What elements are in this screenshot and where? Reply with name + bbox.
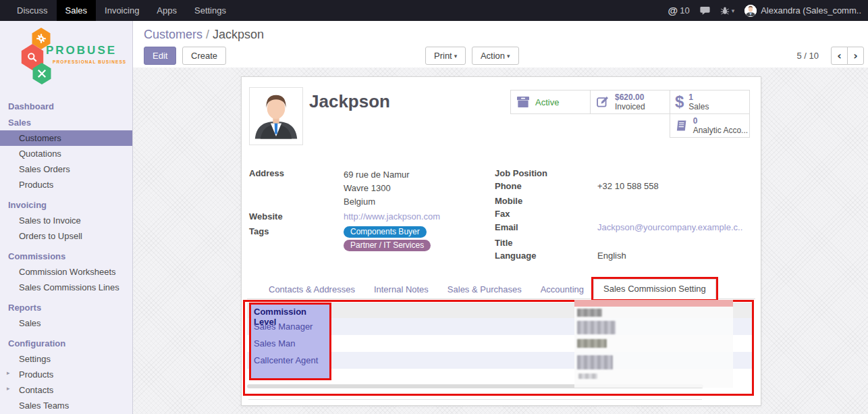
- pager-previous-button[interactable]: ‹: [831, 47, 848, 65]
- phone-field-label: Phone: [495, 181, 597, 192]
- print-dropdown[interactable]: Print▾: [425, 47, 466, 65]
- customer-name-title: Jackpson: [309, 91, 390, 112]
- dollar-icon: $: [675, 94, 684, 110]
- active-stat-button[interactable]: Active: [510, 90, 591, 114]
- edit-button[interactable]: Edit: [144, 47, 176, 65]
- divider: [248, 399, 702, 400]
- pager-next-button[interactable]: ›: [847, 47, 864, 65]
- tags-field-label: Tags: [249, 226, 344, 253]
- menu-settings[interactable]: Settings: [186, 0, 235, 21]
- sidebar-item-customers[interactable]: Customers: [0, 130, 132, 146]
- tag-partner-it-services: Partner / IT Services: [344, 240, 431, 251]
- commission-level-cell[interactable]: Sales Man: [251, 335, 329, 352]
- chat-bubble-icon: [700, 6, 710, 16]
- sidebar-item-sales-to-invoice[interactable]: Sales to Invoice: [0, 213, 132, 228]
- tab-contacts-addresses[interactable]: Contacts & Addresses: [259, 280, 364, 299]
- analytic-count: 0: [693, 116, 744, 126]
- sidebar-item-config-products[interactable]: ▸Products: [0, 367, 132, 382]
- sidebar-header-sales[interactable]: Sales: [0, 114, 132, 130]
- field-group: Address 69 rue de Namur Wavre 1300 Belgi…: [249, 168, 751, 263]
- messages-icon[interactable]: [700, 6, 710, 16]
- sidebar-header-configuration[interactable]: Configuration: [0, 335, 132, 351]
- sidebar-header-commissions[interactable]: Commissions: [0, 248, 132, 264]
- redacted-values-region: [574, 300, 733, 388]
- sidebar-item-sales-orders[interactable]: Sales Orders: [0, 161, 132, 177]
- redacted-blob: [577, 355, 613, 369]
- menu-sales[interactable]: Sales: [57, 0, 97, 21]
- mobile-field-label: Mobile: [495, 196, 597, 207]
- menu-apps[interactable]: Apps: [148, 0, 186, 21]
- website-field-label: Website: [249, 211, 344, 222]
- language-field-label: Language: [495, 251, 597, 261]
- sidebar-item-reports-sales[interactable]: Sales: [0, 315, 132, 331]
- archive-icon: [516, 96, 531, 108]
- mentions-button[interactable]: @ 10: [668, 5, 690, 16]
- create-button[interactable]: Create: [182, 47, 226, 65]
- bug-icon: [720, 6, 730, 16]
- language-field-value: English: [597, 251, 626, 261]
- expander-icon: ▸: [7, 369, 10, 376]
- topbar-systray: @ 10 ▾: [668, 0, 868, 21]
- sidebar-item-quotations[interactable]: Quotations: [0, 146, 132, 161]
- invoiced-stat-button[interactable]: $620.00 Invoiced: [590, 90, 670, 114]
- job-position-field-label: Job Position: [495, 168, 597, 179]
- website-link[interactable]: http://www.jackpson.com: [344, 211, 440, 222]
- sidebar-item-sales-commissions-lines[interactable]: Sales Commissions Lines: [0, 280, 132, 295]
- app-window: Discuss Sales Invoicing Apps Settings @ …: [0, 0, 868, 414]
- fax-field-label: Fax: [495, 209, 597, 219]
- action-dropdown[interactable]: Action▾: [472, 47, 519, 65]
- customer-photo: [249, 87, 303, 145]
- redacted-blob: [577, 309, 602, 317]
- at-icon: @: [668, 5, 678, 16]
- tags-field-value: Components Buyer Partner / IT Services: [344, 226, 431, 253]
- sidebar-nav: Dashboard Sales Customers Quotations Sal…: [0, 98, 132, 414]
- sidebar-item-config-contacts[interactable]: ▸Contacts: [0, 382, 132, 398]
- tab-internal-notes[interactable]: Internal Notes: [364, 280, 438, 299]
- sidebar-item-products[interactable]: Products: [0, 177, 132, 192]
- sales-stat-button[interactable]: $ 1 Sales: [670, 90, 750, 114]
- breadcrumb: Customers/Jackpson: [133, 21, 868, 42]
- sidebar-header-reports[interactable]: Reports: [0, 299, 132, 315]
- commission-level-column-header[interactable]: Commission Level: [251, 305, 329, 318]
- debug-menu[interactable]: ▾: [720, 6, 735, 16]
- sidebar-item-sales-teams[interactable]: Sales Teams: [0, 398, 132, 413]
- probuse-logo: PROBUSE PROFESSIONAL BUSINESS: [0, 26, 132, 88]
- redacted-blob: [578, 373, 597, 379]
- pager-count: 5 / 10: [796, 51, 819, 61]
- tab-accounting[interactable]: Accounting: [531, 280, 593, 299]
- user-name: Alexandra (Sales_comm..: [761, 5, 861, 16]
- menu-invoicing[interactable]: Invoicing: [96, 0, 148, 21]
- email-link[interactable]: Jackpson@yourcompany.example.c..: [597, 222, 742, 233]
- email-field-label: Email: [495, 222, 597, 233]
- sidebar-header-dashboard[interactable]: Dashboard: [0, 98, 132, 114]
- chevron-down-icon: ▾: [732, 7, 735, 14]
- sales-count: 1: [688, 93, 709, 102]
- commission-level-cell[interactable]: Callcenter Agent: [251, 352, 329, 369]
- control-panel: Customers/Jackpson Edit Create Print▾ Ac…: [133, 21, 868, 68]
- menu-discuss[interactable]: Discuss: [8, 0, 57, 21]
- commission-level-cell[interactable]: [251, 369, 329, 386]
- sidebar-item-commission-worksheets[interactable]: Commission Worksheets: [0, 264, 132, 280]
- sidebar-item-settings[interactable]: Settings: [0, 351, 132, 367]
- user-avatar: [744, 5, 757, 17]
- analytic-accounts-stat-button[interactable]: 0 Analytic Acco...: [670, 113, 750, 138]
- user-menu[interactable]: Alexandra (Sales_comm..: [744, 5, 861, 17]
- commission-level-column-highlight: Commission Level Sales Manager Sales Man…: [249, 303, 331, 380]
- title-field-label: Title: [495, 238, 597, 249]
- mention-count: 10: [680, 5, 689, 16]
- sidebar-item-orders-to-upsell[interactable]: Orders to Upsell: [0, 228, 132, 244]
- expander-icon: ▸: [7, 385, 10, 392]
- tab-sales-commission-setting[interactable]: Sales Commission Setting: [593, 279, 716, 299]
- breadcrumb-current: Jackpson: [213, 28, 264, 41]
- chevron-down-icon: ▾: [454, 53, 458, 59]
- address-field-value: 69 rue de Namur Wavre 1300 Belgium: [344, 168, 410, 209]
- redaction-blur-strip: [574, 300, 733, 307]
- book-icon: [675, 119, 688, 132]
- commission-table-zone: Commission Level Sales Manager Sales Man…: [243, 300, 754, 396]
- sidebar-header-invoicing[interactable]: Invoicing: [0, 197, 132, 213]
- tab-sales-purchases[interactable]: Sales & Purchases: [438, 280, 531, 299]
- breadcrumb-customers[interactable]: Customers: [144, 28, 202, 41]
- active-label: Active: [535, 97, 559, 107]
- edit-pencil-icon: [595, 95, 610, 109]
- top-navbar: Discuss Sales Invoicing Apps Settings @ …: [0, 0, 868, 21]
